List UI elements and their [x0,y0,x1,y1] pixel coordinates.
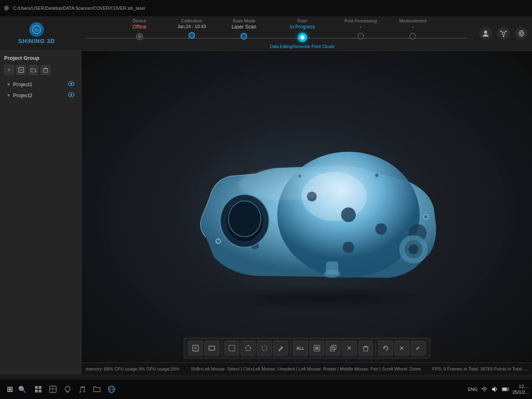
lasso-button[interactable] [257,341,271,355]
step-post-processing[interactable]: Post Processing - [335,18,387,39]
svg-marker-54 [245,345,251,351]
svg-point-45 [217,240,220,243]
step-device-value: Offline [132,24,146,30]
network-icon[interactable] [497,27,510,40]
svg-rect-65 [35,386,38,389]
svg-text:3D: 3D [34,28,39,32]
step-post-processing-dot [357,33,364,39]
svg-point-43 [424,215,427,218]
sidebar-folder-button[interactable] [28,65,38,75]
svg-rect-13 [44,69,48,72]
logo-text: SHINING 3D [18,38,55,44]
chevron-icon: ▼ [7,82,11,87]
frame-all-button[interactable] [188,341,203,355]
svg-point-72 [65,386,70,391]
search-button[interactable]: 🔍 [16,383,28,395]
separator-3 [375,342,376,355]
svg-point-22 [206,286,434,310]
step-measurement[interactable]: Measurement - [387,18,439,39]
view-cube-button[interactable] [326,341,340,355]
sidebar-delete-button[interactable] [41,65,50,75]
svg-point-21 [70,94,72,96]
svg-rect-52 [209,346,215,350]
step-device[interactable]: Device Offline [114,18,166,40]
step-measurement-label: Measurement [399,18,427,23]
title-bar [4,6,9,11]
svg-point-2 [484,31,487,34]
svg-rect-78 [508,389,509,390]
invert-select-button[interactable] [309,341,324,355]
shining-3d-logo-svg: 3D [32,25,41,34]
sidebar-item-project1[interactable]: ▼ Project1 [4,80,77,89]
header-actions [479,27,528,40]
sidebar: Project Group + [0,51,81,375]
settings-icon[interactable] [515,27,528,40]
svg-point-26 [343,242,354,253]
select-poly-button[interactable] [241,341,255,355]
battery-icon [502,386,509,393]
taskbar-music[interactable]: 🎵 [76,383,89,396]
clear-x-button[interactable]: ✕ [342,341,357,355]
scan-svg [173,111,458,314]
step-scan-label: Scan [297,18,307,23]
brush-button[interactable] [273,341,288,355]
viewport-toolbar: ALL ✕ [184,338,430,358]
chevron-icon-2: ▼ [7,93,11,98]
svg-point-51 [194,347,197,349]
view-box-button[interactable] [204,341,219,355]
start-button[interactable]: ⊞ [3,383,16,396]
visibility-icon-project1[interactable] [68,81,74,87]
step-post-processing-value: - [360,24,361,30]
taskbar-chat[interactable] [61,383,74,396]
svg-point-6 [503,35,504,37]
close-button[interactable] [4,6,9,11]
user-avatar-icon[interactable] [479,27,492,40]
step-scan-mode[interactable]: Scan Mode Laser Scan [218,18,270,39]
svg-rect-66 [39,386,42,389]
cancel-button[interactable]: ✕ [394,341,409,355]
step-post-processing-label: Post Processing [344,18,377,23]
taskbar-widgets[interactable] [46,383,59,396]
svg-point-5 [505,31,507,32]
step-measurement-value: - [412,24,414,30]
mouse-hints: Shift+Left Mouse: Select | Ctrl+Left Mou… [191,366,421,371]
step-calibration[interactable]: Calibration Jan.24 - 10:43 [166,18,218,39]
undo-button[interactable] [378,341,393,355]
step-calibration-dot [188,32,195,39]
svg-marker-76 [492,386,495,392]
status-bar: memory: 68% CPU usage:3% GPU usage:26% S… [81,362,532,375]
sidebar-toolbar: + [4,65,77,75]
step-calibration-label: Calibration [181,18,203,23]
step-device-label: Device [133,18,147,23]
scan-object-3d [173,111,458,314]
taskbar-items: 🎵 [32,383,118,396]
svg-point-25 [341,207,356,222]
step-scan-value: In Progress [290,24,315,30]
taskbar-task-view[interactable] [32,383,45,396]
svg-point-48 [409,244,418,254]
sidebar-item-project2[interactable]: ▼ Project2 [4,91,77,100]
select-all-button[interactable]: ALL [293,341,308,355]
logo-icon: 3D [29,22,44,37]
svg-rect-56 [315,347,318,350]
taskbar-date: 25/1/2... [512,389,529,395]
svg-point-49 [239,168,336,201]
viewport[interactable]: ALL ✕ [81,51,532,375]
delete-button[interactable] [358,341,373,355]
step-scan-mode-label: Scan Mode [232,18,255,23]
taskbar-explorer[interactable] [90,383,103,396]
step-scan[interactable]: Scan In Progress Data Editing/Generate P… [270,18,334,49]
taskbar-browser[interactable] [105,383,118,396]
volume-icon [491,386,499,393]
step-scan-mode-value: Laser Scan [232,24,256,30]
header: 3D SHINING 3D Device Offline Calibra [0,16,532,51]
svg-point-27 [375,223,387,235]
sidebar-new-button[interactable] [16,65,26,75]
visibility-icon-project2[interactable] [68,92,74,98]
svg-point-41 [375,174,379,177]
select-box-button[interactable] [224,341,239,355]
separator-2 [290,342,291,355]
svg-rect-58 [332,345,336,349]
confirm-button[interactable]: ✔ [411,341,425,355]
sidebar-add-button[interactable]: + [4,65,14,75]
